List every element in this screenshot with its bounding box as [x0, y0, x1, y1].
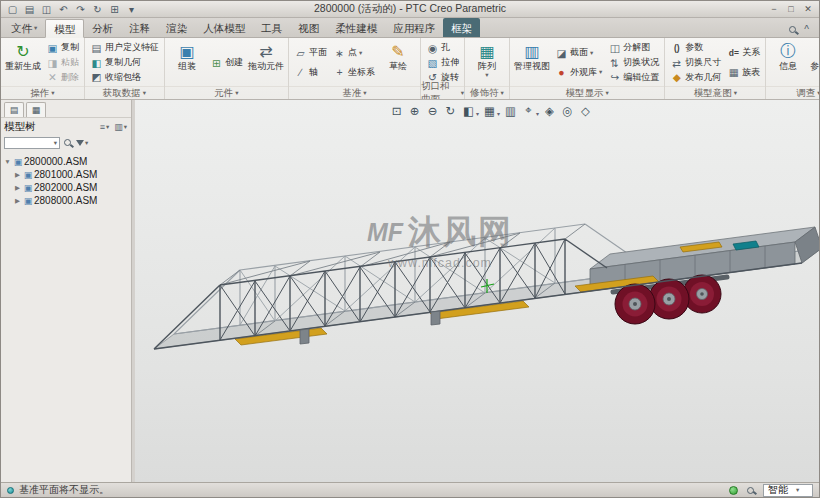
tree-settings-button[interactable]: ▥▾	[113, 122, 128, 132]
group-label-model-intent[interactable]: 模型意图▾	[665, 86, 765, 99]
view-manager-icon[interactable]: ▥	[502, 103, 519, 118]
zoom-out-icon[interactable]: ⊖	[424, 103, 441, 118]
tree-item-subassembly[interactable]: ▶ ▣ 2801000.ASM	[3, 168, 131, 181]
undo-icon[interactable]: ↶	[56, 3, 71, 16]
dropdown-caret: ▾	[85, 139, 88, 147]
tree-item-subassembly[interactable]: ▶ ▣ 2802000.ASM	[3, 181, 131, 194]
ribbon-group-investigate: ⓘ 信息 ◈ 参考查看器 调查▾	[766, 38, 819, 99]
extrude-button[interactable]: ▧拉伸	[424, 56, 461, 70]
ribbon-minimize-icon[interactable]: ^	[804, 24, 809, 35]
saved-orientations-icon[interactable]: ▦	[481, 103, 498, 118]
navigator-tab-model-tree[interactable]: ▤	[4, 102, 24, 117]
exploded-view-button[interactable]: ◫分解图	[606, 41, 661, 55]
ribbon-group-datum: ▱平面 ∕轴 ∗点▾ +坐标系 ✎ 草绘 基准▾	[289, 38, 421, 99]
regenerate-button[interactable]: ↻ 重新生成	[4, 40, 42, 85]
assemble-button[interactable]: ▣ 组装	[168, 40, 206, 85]
save-icon[interactable]: ◫	[39, 3, 54, 16]
switch-dimensions-button[interactable]: ⇄切换尺寸	[668, 56, 723, 70]
tab-view[interactable]: 视图	[290, 18, 327, 37]
copy-button[interactable]: ▣复制	[44, 41, 81, 55]
regenerate-icon[interactable]: ↻	[90, 3, 105, 16]
paste-button[interactable]: ◨粘贴	[44, 56, 81, 70]
expand-arrow-icon[interactable]: ▼	[3, 158, 12, 165]
new-file-icon[interactable]: ▢	[5, 3, 20, 16]
group-label-datum[interactable]: 基准▾	[289, 86, 420, 99]
annotation-display-icon[interactable]: ◈	[541, 103, 558, 118]
repaint-icon[interactable]: ↻	[442, 103, 459, 118]
edit-position-button[interactable]: ↪编辑位置	[606, 70, 661, 84]
windows-icon[interactable]: ⊞	[107, 3, 122, 16]
maximize-icon[interactable]: □	[784, 3, 798, 15]
family-table-button[interactable]: ▦族表	[725, 65, 762, 79]
tree-filter-input[interactable]: ▾	[4, 137, 60, 149]
group-label-investigate[interactable]: 调查▾	[766, 86, 819, 99]
refit-icon[interactable]: ⊡	[388, 103, 405, 118]
tab-analysis[interactable]: 分析	[84, 18, 121, 37]
tab-flexible-modeling[interactable]: 柔性建模	[327, 18, 385, 37]
group-label-get-data[interactable]: 获取数据▾	[85, 86, 164, 99]
drag-component-button[interactable]: ⇄ 拖动元件	[247, 40, 285, 85]
minimize-icon[interactable]: −	[767, 3, 781, 15]
tab-annotate[interactable]: 注释	[121, 18, 158, 37]
reference-viewer-button[interactable]: ◈ 参考查看器	[809, 40, 819, 85]
group-label-operations[interactable]: 操作▾	[1, 86, 84, 99]
regeneration-status-icon[interactable]	[729, 486, 738, 495]
sketch-button[interactable]: ✎ 草绘	[379, 40, 417, 85]
command-search-icon[interactable]	[789, 26, 796, 33]
group-label-component[interactable]: 元件▾	[165, 86, 288, 99]
graphics-viewport[interactable]: ⊡ ⊕ ⊖ ↻ ◧▾ ▦▾ ▥ ⌖▾ ◈ ◎ ◇ MF 沐风网 www.mfca…	[135, 100, 819, 482]
appearance-gallery-button[interactable]: ●外观库▾	[553, 65, 604, 79]
expand-arrow-icon[interactable]: ▶	[13, 197, 22, 205]
datum-point-button[interactable]: ∗点▾	[331, 46, 377, 60]
hole-button[interactable]: ◉孔	[424, 41, 461, 55]
tab-framework[interactable]: 框架	[443, 18, 480, 37]
ribbon-group-model-display: ▥ 管理视图 ◪截面▾ ●外观库▾ ◫分解图 ⇅切换状况 ↪编辑位置 模型显示▾	[510, 38, 665, 99]
open-icon[interactable]: ▤	[22, 3, 37, 16]
tab-render[interactable]: 渲染	[158, 18, 195, 37]
tab-manikin[interactable]: 人体模型	[195, 18, 253, 37]
dropdown-caret: ▾	[606, 89, 609, 97]
group-label-cuts-surfaces[interactable]: 切口和曲面▾	[421, 86, 464, 99]
selection-filter-dropdown[interactable]: 智能 ▾	[763, 484, 813, 497]
tab-tools[interactable]: 工具	[253, 18, 290, 37]
tree-item-root-assembly[interactable]: ▼ ▣ 2800000.ASM	[3, 155, 131, 168]
group-label-model-display[interactable]: 模型显示▾	[510, 86, 664, 99]
datum-plane-button[interactable]: ▱平面	[292, 46, 329, 60]
customize-arrow-icon[interactable]: ▾	[124, 3, 139, 16]
relations-button[interactable]: d=关系	[725, 46, 762, 60]
datum-display-icon[interactable]: ⌖	[520, 103, 537, 118]
tree-search-button[interactable]	[63, 139, 72, 146]
publish-geometry-button[interactable]: ◆发布几何	[668, 70, 723, 84]
tree-show-menu-button[interactable]: ≡▾	[99, 122, 111, 132]
toggle-status-button[interactable]: ⇅切换状况	[606, 56, 661, 70]
navigator-tab-folder-browser[interactable]: ▦	[26, 102, 46, 117]
3d-model-trailer-assembly[interactable]	[135, 100, 819, 482]
tab-model[interactable]: 模型	[45, 19, 84, 38]
tab-file[interactable]: 文件▾	[3, 18, 45, 37]
section-button[interactable]: ◪截面▾	[553, 46, 604, 60]
find-icon[interactable]	[747, 487, 754, 494]
create-component-button[interactable]: ⊞创建	[208, 56, 245, 70]
redo-icon[interactable]: ↷	[73, 3, 88, 16]
zoom-in-icon[interactable]: ⊕	[406, 103, 423, 118]
spin-center-icon[interactable]: ◎	[559, 103, 576, 118]
manage-views-button[interactable]: ▥ 管理视图	[513, 40, 551, 85]
expand-arrow-icon[interactable]: ▶	[13, 171, 22, 179]
datum-axis-button[interactable]: ∕轴	[292, 65, 329, 79]
delete-button[interactable]: ✕删除	[44, 70, 81, 84]
close-icon[interactable]: ✕	[801, 3, 815, 15]
udf-button[interactable]: ▤用户定义特征	[88, 41, 161, 55]
info-button[interactable]: ⓘ 信息	[769, 40, 807, 85]
tree-filter-button[interactable]: ▾	[75, 139, 89, 147]
parameters-button[interactable]: ()参数	[668, 41, 723, 55]
tab-applications[interactable]: 应用程序	[385, 18, 443, 37]
expand-arrow-icon[interactable]: ▶	[13, 184, 22, 192]
copy-geometry-button[interactable]: ◧复制几何	[88, 56, 161, 70]
shrinkwrap-button[interactable]: ◩收缩包络	[88, 70, 161, 84]
display-style-icon[interactable]: ◧	[460, 103, 477, 118]
csys-button[interactable]: +坐标系	[331, 65, 377, 79]
tree-item-subassembly[interactable]: ▶ ▣ 2808000.ASM	[3, 194, 131, 207]
perspective-icon[interactable]: ◇	[577, 103, 594, 118]
group-label-modifiers[interactable]: 修饰符▾	[465, 86, 509, 99]
pattern-button[interactable]: ▦ 阵列 ▾	[468, 40, 506, 85]
